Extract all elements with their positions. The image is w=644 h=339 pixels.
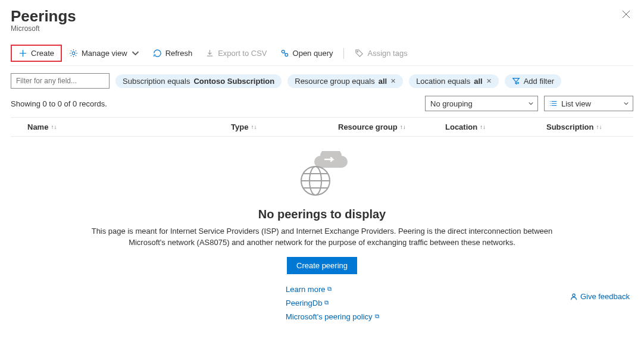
assign-tags-button[interactable]: Assign tags xyxy=(349,45,413,61)
filter-input[interactable] xyxy=(11,73,110,89)
close-icon[interactable]: ✕ xyxy=(390,77,396,85)
external-link-icon: ⧉ xyxy=(324,299,329,306)
list-icon xyxy=(549,99,558,108)
svg-point-4 xyxy=(282,50,285,53)
toolbar-separator xyxy=(343,48,344,59)
column-name[interactable]: Name↑↓ xyxy=(11,123,225,131)
view-select[interactable]: List view xyxy=(544,96,633,111)
toolbar: Create Manage view Refresh Export to CSV… xyxy=(11,41,633,66)
records-count: Showing 0 to 0 of 0 records. xyxy=(11,99,107,108)
filter-pill-location[interactable]: Location equals all ✕ xyxy=(409,74,499,88)
chevron-down-icon xyxy=(623,101,629,106)
create-peering-button[interactable]: Create peering xyxy=(287,257,357,274)
learn-more-link[interactable]: Learn more⧉ xyxy=(286,285,332,294)
create-label: Create xyxy=(31,49,54,58)
column-location[interactable]: Location↑↓ xyxy=(439,123,540,131)
column-subscription[interactable]: Subscription↑↓ xyxy=(540,123,633,131)
column-type[interactable]: Type↑↓ xyxy=(225,123,332,131)
export-csv-label: Export to CSV xyxy=(218,49,267,58)
manage-view-label: Manage view xyxy=(82,49,127,58)
close-icon[interactable] xyxy=(619,7,633,21)
peering-policy-link[interactable]: Microsoft's peering policy⧉ xyxy=(286,312,379,321)
empty-state: No peerings to display This page is mean… xyxy=(11,137,633,321)
add-filter-button[interactable]: Add filter xyxy=(505,74,561,88)
close-icon[interactable]: ✕ xyxy=(486,77,492,85)
filter-pill-subscription[interactable]: Subscription equals Contoso Subscription xyxy=(115,74,282,88)
peeringdb-link[interactable]: PeeringDb⧉ xyxy=(286,299,329,307)
refresh-button[interactable]: Refresh xyxy=(147,45,199,61)
page-subtitle: Microsoft xyxy=(11,24,100,33)
open-query-label: Open query xyxy=(293,49,333,58)
page-title: Peerings xyxy=(11,7,76,26)
chevron-down-icon xyxy=(131,49,140,58)
create-button[interactable]: Create xyxy=(11,45,62,62)
sort-icon: ↑↓ xyxy=(400,124,406,130)
svg-point-9 xyxy=(573,294,575,296)
pin-icon[interactable] xyxy=(83,14,88,19)
sort-icon: ↑↓ xyxy=(51,124,57,130)
svg-point-5 xyxy=(285,54,288,56)
empty-title: No peerings to display xyxy=(11,208,633,221)
more-icon[interactable] xyxy=(95,14,100,19)
empty-description: This page is meant for Internet Service … xyxy=(78,226,566,249)
grouping-select[interactable]: No grouping xyxy=(425,96,538,111)
svg-point-6 xyxy=(357,51,358,52)
sort-icon: ↑↓ xyxy=(596,124,602,130)
feedback-icon xyxy=(570,293,578,301)
column-resource-group[interactable]: Resource group↑↓ xyxy=(332,123,439,131)
table-header: Name↑↓ Type↑↓ Resource group↑↓ Location↑… xyxy=(11,117,633,137)
give-feedback-link[interactable]: Give feedback xyxy=(570,292,630,301)
refresh-label: Refresh xyxy=(165,49,193,58)
globe-cloud-icon xyxy=(295,151,349,199)
external-link-icon: ⧉ xyxy=(375,313,379,320)
filter-pill-resource-group[interactable]: Resource group equals all ✕ xyxy=(287,74,403,88)
export-csv-button[interactable]: Export to CSV xyxy=(199,45,273,61)
assign-tags-label: Assign tags xyxy=(367,49,407,58)
manage-view-button[interactable]: Manage view xyxy=(63,45,146,61)
chevron-down-icon xyxy=(528,101,534,106)
svg-point-3 xyxy=(72,52,75,55)
sort-icon: ↑↓ xyxy=(251,124,257,130)
open-query-button[interactable]: Open query xyxy=(274,45,339,61)
sort-icon: ↑↓ xyxy=(480,124,486,130)
external-link-icon: ⧉ xyxy=(327,285,332,293)
